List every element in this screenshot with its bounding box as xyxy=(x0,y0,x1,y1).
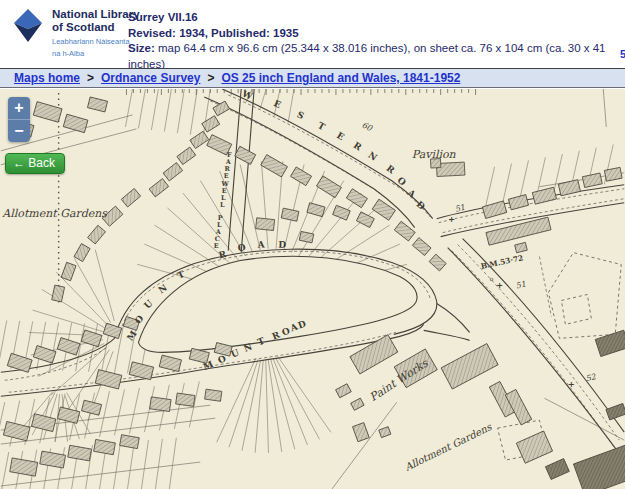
clipped-link-fragment: 5 xyxy=(620,48,625,59)
map-label: Pavilion xyxy=(412,148,457,161)
back-button[interactable]: ← Back xyxy=(5,153,65,174)
map-label: + xyxy=(496,281,503,290)
map-metadata: Surrey VII.16 Revised: 1934, Published: … xyxy=(128,10,625,72)
map-label: + xyxy=(448,215,455,224)
breadcrumb-series[interactable]: OS 25 inch England and Wales, 1841-1952 xyxy=(221,71,460,85)
breadcrumb-separator: > xyxy=(207,71,214,85)
map-label: + xyxy=(568,380,575,389)
breadcrumb: Maps home > Ordnance Survey > OS 25 inch… xyxy=(0,68,625,88)
nls-logo-icon xyxy=(10,8,44,44)
map-label: L xyxy=(220,201,225,209)
map-building xyxy=(176,393,195,406)
nls-logo[interactable]: National Library of Scotland Leabharlann… xyxy=(10,8,140,58)
map-building xyxy=(205,389,222,401)
breadcrumb-separator: > xyxy=(87,71,94,85)
map-sheet-title: Surrey VII.16 xyxy=(128,10,625,26)
map-label: o xyxy=(490,275,494,282)
logo-name-line2: of Scotland xyxy=(52,21,140,34)
map-label: E xyxy=(214,242,219,250)
map-image: WESTERNROADMOUNTROADMOUNTROADFAREWELLPLA… xyxy=(0,89,625,489)
map-label: E xyxy=(224,172,229,180)
map-building xyxy=(256,218,275,231)
breadcrumb-maps-home[interactable]: Maps home xyxy=(14,71,80,85)
map-canvas[interactable]: WESTERNROADMOUNTROADMOUNTROADFAREWELLPLA… xyxy=(0,89,625,489)
logo-gaelic-line2: na h-Alba xyxy=(52,49,140,58)
size-value: map 64.4 cm x 96.6 cm (25.344 x 38.016 i… xyxy=(128,42,606,70)
nls-map-viewer-page: National Library of Scotland Leabharlann… xyxy=(0,0,625,489)
size-label: Size: xyxy=(128,42,155,54)
map-dates-line: Revised: 1934, Published: 1935 xyxy=(128,26,625,42)
logo-name-line1: National Library xyxy=(52,8,140,21)
site-header: National Library of Scotland Leabharlann… xyxy=(0,0,625,68)
zoom-out-button[interactable]: − xyxy=(8,119,30,142)
map-building xyxy=(150,397,171,412)
zoom-in-button[interactable]: + xyxy=(8,97,30,119)
logo-gaelic-line1: Leabharlann Nàiseanta xyxy=(52,37,140,46)
zoom-control: + − xyxy=(8,97,30,142)
map-label: O xyxy=(237,242,246,253)
breadcrumb-ordnance-survey[interactable]: Ordnance Survey xyxy=(101,71,200,85)
map-label: Allotment Gardens xyxy=(1,207,108,220)
map-label: D xyxy=(278,239,286,249)
